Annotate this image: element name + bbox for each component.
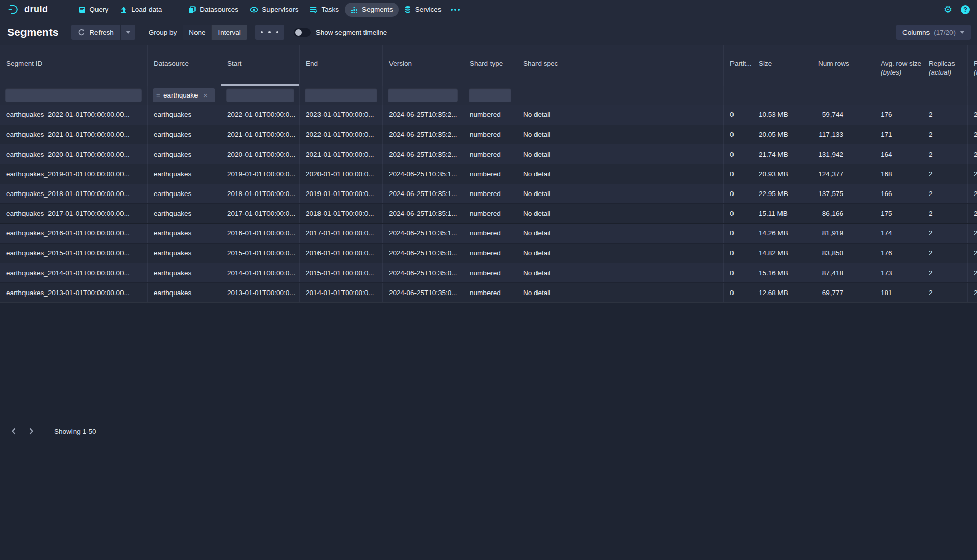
nav-item-load-data[interactable]: Load data [114, 3, 167, 17]
column-header-end[interactable]: End [300, 45, 383, 86]
cell-segment-id: earthquakes_2018-01-01T00:00:00.00... [0, 184, 148, 204]
columns-button[interactable]: Columns (17/20) [896, 25, 971, 40]
column-header-shard-type[interactable]: Shard type [463, 45, 517, 86]
cell-end: 2020-01-01T00:00:0... [300, 164, 383, 184]
nav-more-button[interactable] [447, 6, 464, 14]
filter-segment-id-input[interactable] [5, 88, 142, 102]
filter-start-input[interactable] [226, 88, 294, 102]
group-by-none-button[interactable]: None [183, 25, 211, 40]
cell-version: 2024-06-25T10:35:0... [383, 283, 463, 302]
cell-shard-type: numbered [463, 144, 517, 164]
clear-filter-icon[interactable]: × [203, 91, 208, 100]
cell-version: 2024-06-25T10:35:1... [383, 224, 463, 243]
cell-partition: 0 [724, 283, 752, 302]
filter-version-input[interactable] [388, 88, 458, 102]
filter-end-input[interactable] [305, 88, 377, 102]
group-by-interval-button[interactable]: Interval [211, 25, 247, 40]
cell-avg-row-size: 175 [874, 204, 922, 223]
table-row[interactable]: earthquakes_2018-01-01T00:00:00.00...ear… [0, 184, 977, 204]
group-by-button-group: None Interval [183, 25, 247, 40]
cell-avg-row-size: 174 [874, 224, 922, 243]
table-row[interactable]: earthquakes_2019-01-01T00:00:00.00...ear… [0, 164, 977, 184]
previous-page-button[interactable] [5, 425, 22, 438]
cell-shard-spec: No detail [517, 125, 724, 144]
cell-datasource: earthquakes [148, 164, 221, 184]
column-header-avg-row-size[interactable]: Avg. row size(bytes) [874, 45, 922, 86]
refresh-button[interactable]: Refresh [71, 25, 119, 40]
column-header-segment-id[interactable]: Segment ID [0, 45, 148, 86]
column-header-size[interactable]: Size [752, 45, 812, 86]
toolbar-more-button[interactable] [255, 25, 284, 40]
cell-shard-type: numbered [463, 263, 517, 283]
cell-avg-row-size: 181 [874, 283, 922, 302]
help-icon[interactable]: ? [961, 5, 970, 14]
cell-size: 21.74 MB [752, 144, 812, 164]
cell-partition: 0 [724, 263, 752, 283]
equals-icon: = [156, 91, 160, 99]
filter-row: = earthquake × [0, 86, 977, 105]
cell-start: 2013-01-01T00:00:0... [221, 283, 300, 302]
table-row[interactable]: earthquakes_2014-01-01T00:00:00.00...ear… [0, 263, 977, 283]
next-page-button[interactable] [22, 425, 40, 438]
column-header-datasource[interactable]: Datasource [148, 45, 221, 86]
table-header-row: Segment ID Datasource Start End Version … [0, 45, 977, 86]
column-header-replication-factor[interactable]: Replication factor(target) [968, 45, 977, 86]
refresh-interval-dropdown[interactable] [121, 25, 135, 40]
nav-item-tasks[interactable]: Tasks [304, 3, 345, 17]
cell-avg-row-size: 171 [874, 125, 922, 144]
nav-item-services[interactable]: Services [399, 3, 447, 17]
segment-timeline-toggle[interactable]: Show segment timeline [294, 28, 387, 37]
nav-item-label: Segments [362, 6, 393, 13]
refresh-split-button: Refresh [71, 25, 135, 40]
column-header-start[interactable]: Start [221, 45, 300, 86]
cell-partition: 0 [724, 224, 752, 243]
column-header-num-rows[interactable]: Num rows [812, 45, 874, 86]
nav-right: ⚙ ? [944, 5, 970, 14]
nav-item-supervisors[interactable]: Supervisors [244, 3, 304, 17]
cell-replication-factor: 2 [968, 184, 977, 204]
table-row[interactable]: earthquakes_2015-01-01T00:00:00.00...ear… [0, 244, 977, 263]
cell-shard-spec: No detail [517, 164, 724, 184]
cell-shard-type: numbered [463, 105, 517, 125]
cell-num-rows: 86,166 [812, 204, 874, 223]
cell-segment-id: earthquakes_2022-01-01T00:00:00.00... [0, 105, 148, 125]
table-row[interactable]: earthquakes_2017-01-01T00:00:00.00...ear… [0, 204, 977, 224]
gear-icon[interactable]: ⚙ [944, 5, 952, 14]
table-row[interactable]: earthquakes_2022-01-01T00:00:00.00...ear… [0, 105, 977, 125]
cell-size: 15.11 MB [752, 204, 812, 223]
cell-size: 12.68 MB [752, 283, 812, 302]
table-row[interactable]: earthquakes_2020-01-01T00:00:00.00...ear… [0, 144, 977, 164]
druid-logo[interactable]: druid [7, 3, 48, 16]
cell-segment-id: earthquakes_2017-01-01T00:00:00.00... [0, 204, 148, 223]
cell-avg-row-size: 164 [874, 144, 922, 164]
column-header-shard-spec[interactable]: Shard spec [517, 45, 724, 86]
column-header-version[interactable]: Version [383, 45, 463, 86]
table-row[interactable]: earthquakes_2021-01-01T00:00:00.00...ear… [0, 125, 977, 145]
toggle-track [294, 28, 311, 37]
cell-num-rows: 124,377 [812, 164, 874, 184]
table-row[interactable]: earthquakes_2016-01-01T00:00:00.00...ear… [0, 224, 977, 244]
cell-version: 2024-06-25T10:35:1... [383, 204, 463, 223]
toggle-knob [295, 29, 302, 36]
nav-item-segments[interactable]: Segments [345, 3, 399, 17]
cell-segment-id: earthquakes_2016-01-01T00:00:00.00... [0, 224, 148, 243]
cell-partition: 0 [724, 244, 752, 263]
nav-item-datasources[interactable]: Datasources [182, 3, 244, 17]
datasource-filter-chip[interactable]: = earthquake × [153, 88, 215, 102]
table-row[interactable]: earthquakes_2013-01-01T00:00:00.00...ear… [0, 283, 977, 302]
cell-end: 2023-01-01T00:00:0... [300, 105, 383, 125]
cell-num-rows: 59,744 [812, 105, 874, 125]
column-header-replicas[interactable]: Replicas(actual) [922, 45, 968, 86]
cell-shard-type: numbered [463, 164, 517, 184]
page-title: Segments [7, 26, 58, 38]
nav-item-query[interactable]: Query [72, 3, 114, 17]
cell-replicas: 2 [922, 244, 968, 263]
nav-item-label: Load data [131, 6, 162, 13]
cell-segment-id: earthquakes_2019-01-01T00:00:00.00... [0, 164, 148, 184]
column-header-partition[interactable]: Partit... [724, 45, 752, 86]
cell-datasource: earthquakes [148, 125, 221, 144]
nav-item-label: Services [415, 6, 442, 13]
cell-num-rows: 131,942 [812, 144, 874, 164]
cell-num-rows: 83,850 [812, 244, 874, 263]
filter-shard-type-input[interactable] [469, 88, 511, 102]
